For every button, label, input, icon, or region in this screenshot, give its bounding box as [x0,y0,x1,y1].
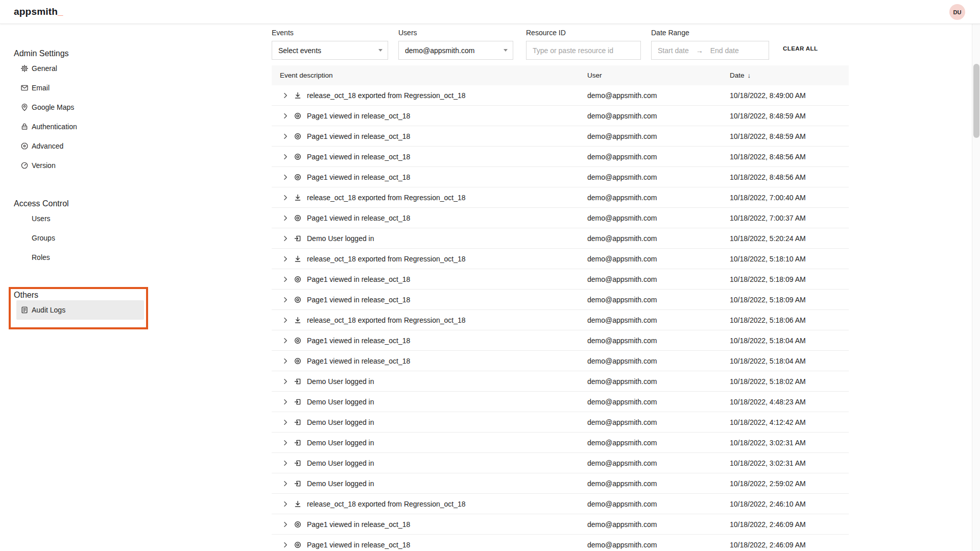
table-row[interactable]: Page1 viewed in release_oct_18 demo@apps… [272,330,849,351]
event-description: Demo User logged in [307,439,374,447]
sidebar-item-authentication[interactable]: Authentication [0,117,153,136]
login-icon [294,480,302,488]
table-row[interactable]: release_oct_18 exported from Regression_… [272,494,849,514]
chevron-right-icon[interactable] [281,296,290,304]
chevron-right-icon[interactable] [281,541,290,549]
sidebar-item-label: Advanced [32,142,63,150]
sidebar-item-version[interactable]: Version [0,156,153,175]
table-row[interactable]: Page1 viewed in release_oct_18 demo@apps… [272,147,849,167]
chevron-right-icon[interactable] [281,275,290,283]
chevron-right-icon[interactable] [281,418,290,426]
table-row[interactable]: Page1 viewed in release_oct_18 demo@apps… [272,290,849,310]
table-row[interactable]: Demo User logged in demo@appsmith.com 10… [272,453,849,473]
event-description: Demo User logged in [307,418,374,426]
table-row[interactable]: Demo User logged in demo@appsmith.com 10… [272,228,849,249]
user-avatar[interactable]: DU [949,4,965,20]
table-row[interactable]: Page1 viewed in release_oct_18 demo@apps… [272,351,849,371]
scrollbar-thumb[interactable] [973,64,979,138]
chevron-right-icon[interactable] [281,91,290,100]
event-date: 10/18/2022, 5:18:09 AM [730,275,849,283]
event-description: Page1 viewed in release_oct_18 [307,275,410,283]
chevron-right-icon[interactable] [281,500,290,508]
sidebar-item-groups[interactable]: Groups [0,228,153,248]
users-select-value: demo@appsmith.com [405,46,504,55]
appsmith-logo[interactable]: appsmith_ [14,6,63,17]
eye-icon [294,173,302,181]
table-row[interactable]: Demo User logged in demo@appsmith.com 10… [272,433,849,453]
login-icon [294,459,302,467]
table-body: release_oct_18 exported from Regression_… [272,85,849,551]
chevron-right-icon[interactable] [281,255,290,263]
mail-icon [20,84,29,92]
event-date: 10/18/2022, 5:18:04 AM [730,357,849,365]
table-row[interactable]: release_oct_18 exported from Regression_… [272,187,849,208]
events-select[interactable]: Select events [272,41,388,60]
date-range-input[interactable]: Start date → End date [651,41,769,60]
sidebar-item-users[interactable]: Users [0,209,153,228]
scrollbar-track[interactable] [972,24,980,551]
table-row[interactable]: Demo User logged in demo@appsmith.com 10… [272,412,849,433]
table-row[interactable]: Page1 viewed in release_oct_18 demo@apps… [272,106,849,126]
login-icon [294,418,302,426]
sidebar-item-label: Authentication [32,123,77,131]
chevron-right-icon[interactable] [281,316,290,324]
section-title-admin-settings: Admin Settings [0,49,153,59]
chevron-right-icon[interactable] [281,398,290,406]
chevron-right-icon[interactable] [281,357,290,365]
chevron-right-icon[interactable] [281,459,290,467]
clear-all-button[interactable]: CLEAR ALL [783,45,818,52]
chevron-right-icon[interactable] [281,194,290,202]
login-icon [294,377,302,386]
table-row[interactable]: Page1 viewed in release_oct_18 demo@apps… [272,514,849,535]
sidebar-item-roles[interactable]: Roles [0,248,153,267]
chevron-right-icon[interactable] [281,173,290,181]
sidebar-item-email[interactable]: Email [0,78,153,98]
users-select[interactable]: demo@appsmith.com [398,41,513,60]
gear-icon [20,64,29,73]
event-user: demo@appsmith.com [587,377,730,386]
chevron-right-icon[interactable] [281,480,290,488]
event-description: Page1 viewed in release_oct_18 [307,153,410,161]
table-row[interactable]: Page1 viewed in release_oct_18 demo@apps… [272,126,849,147]
column-header-date[interactable]: Date↓ [730,71,849,79]
sidebar: Admin Settings General Email Google Maps [0,24,153,320]
resource-id-input[interactable] [533,46,635,55]
table-row[interactable]: release_oct_18 exported from Regression_… [272,85,849,106]
export-icon [294,255,302,263]
table-row[interactable]: release_oct_18 exported from Regression_… [272,249,849,269]
event-description: Demo User logged in [307,459,374,467]
chevron-right-icon[interactable] [281,377,290,386]
table-row[interactable]: Demo User logged in demo@appsmith.com 10… [272,392,849,412]
sidebar-item-advanced[interactable]: Advanced [0,136,153,156]
table-row[interactable]: Page1 viewed in release_oct_18 demo@apps… [272,167,849,187]
login-icon [294,234,302,243]
event-description: Page1 viewed in release_oct_18 [307,337,410,345]
sidebar-item-google-maps[interactable]: Google Maps [0,98,153,117]
section-title-others: Others [0,290,153,300]
table-row[interactable]: Page1 viewed in release_oct_18 demo@apps… [272,208,849,228]
event-date: 10/18/2022, 5:18:06 AM [730,316,849,324]
table-row[interactable]: Page1 viewed in release_oct_18 demo@apps… [272,535,849,551]
table-row[interactable]: release_oct_18 exported from Regression_… [272,310,849,330]
event-user: demo@appsmith.com [587,541,730,549]
event-user: demo@appsmith.com [587,214,730,222]
sidebar-item-audit-logs[interactable]: Audit Logs [16,300,144,320]
login-icon [294,439,302,447]
event-description: Demo User logged in [307,398,374,406]
chevron-right-icon[interactable] [281,337,290,345]
chevron-right-icon[interactable] [281,214,290,222]
resource-id-box [526,41,641,60]
table-row[interactable]: Demo User logged in demo@appsmith.com 10… [272,371,849,392]
sidebar-item-general[interactable]: General [0,59,153,78]
events-filter-label: Events [272,28,388,37]
table-row[interactable]: Page1 viewed in release_oct_18 demo@apps… [272,269,849,290]
table-row[interactable]: Demo User logged in demo@appsmith.com 10… [272,473,849,494]
chevron-right-icon[interactable] [281,132,290,140]
chevron-right-icon[interactable] [281,234,290,243]
chevron-right-icon[interactable] [281,153,290,161]
chevron-right-icon[interactable] [281,520,290,529]
sidebar-item-label: Users [32,214,51,223]
chevron-right-icon[interactable] [281,112,290,120]
chevron-right-icon[interactable] [281,439,290,447]
event-date: 10/18/2022, 4:48:23 AM [730,398,849,406]
